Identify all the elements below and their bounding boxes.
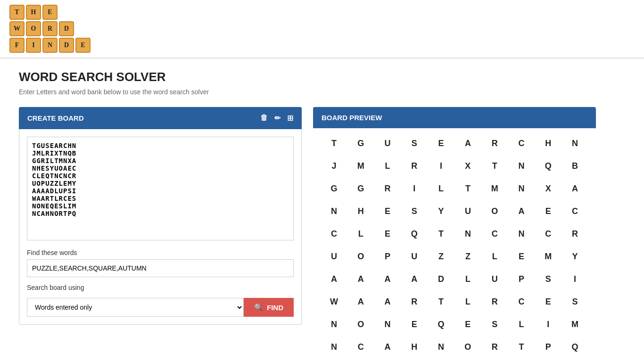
- grid-cell: R: [404, 156, 425, 176]
- grid-cell: U: [323, 246, 344, 267]
- grid-cell: A: [350, 291, 371, 312]
- logo-spacer: [59, 5, 74, 20]
- logo-spacer: [75, 21, 91, 36]
- grid-cell: T: [484, 156, 505, 176]
- grid-row: TGUSEARCHN: [321, 133, 588, 154]
- grid-cell: M: [538, 246, 559, 267]
- grid-cell: M: [484, 178, 505, 199]
- logo-tile: R: [42, 21, 58, 36]
- grid-cell: L: [457, 291, 478, 312]
- search-mode-select[interactable]: Words entered only Dictionary words only…: [27, 298, 244, 317]
- grid-cell: L: [511, 314, 532, 335]
- trash-icon[interactable]: 🗑: [260, 114, 268, 123]
- grid-cell: A: [323, 269, 344, 289]
- create-board-header: CREATE BOARD 🗑 ✏ ⊞: [19, 107, 302, 129]
- grid-cell: G: [323, 178, 344, 199]
- grid-cell: L: [431, 178, 452, 199]
- grid-cell: N: [511, 223, 532, 244]
- grid-cell: G: [350, 178, 371, 199]
- grid-cell: R: [404, 291, 425, 312]
- grid-cell: B: [565, 156, 586, 176]
- main-content: WORD SEARCH SOLVER Enter Letters and wor…: [0, 58, 644, 362]
- grid-cell: D: [431, 269, 452, 289]
- board-textarea[interactable]: TGUSEARCHN JMLRIXTNQB GGRILTMNXA NHESYUO…: [27, 137, 294, 240]
- search-icon: 🔍: [254, 303, 263, 312]
- grid-cell: J: [323, 156, 344, 176]
- grid-cell: A: [457, 133, 478, 154]
- grid-cell: C: [484, 223, 505, 244]
- logo-tile: E: [75, 38, 91, 53]
- grid-cell: R: [565, 223, 586, 244]
- grid-cell: T: [511, 337, 532, 357]
- grid-cell: S: [404, 201, 425, 222]
- edit-icon[interactable]: ✏: [274, 114, 281, 123]
- grid-cell: A: [377, 337, 398, 357]
- grid-cell: O: [350, 246, 371, 267]
- logo-tile: D: [59, 38, 74, 53]
- grid-icon[interactable]: ⊞: [287, 114, 293, 123]
- search-board-label: Search board using: [27, 284, 294, 291]
- board-preview-header: BOARD PREVIEW: [313, 107, 596, 128]
- logo-tile: H: [26, 5, 41, 20]
- grid-cell: C: [538, 223, 559, 244]
- grid-cell: E: [511, 246, 532, 267]
- grid-cell: O: [457, 337, 478, 357]
- logo-tile: E: [42, 5, 58, 20]
- create-board-title: CREATE BOARD: [27, 114, 84, 122]
- two-column-layout: CREATE BOARD 🗑 ✏ ⊞ TGUSEARCHN JMLRIXTNQB…: [19, 107, 625, 362]
- grid-cell: A: [377, 269, 398, 289]
- grid-cell: Z: [431, 246, 452, 267]
- create-board-panel: CREATE BOARD 🗑 ✏ ⊞ TGUSEARCHN JMLRIXTNQB…: [19, 107, 302, 325]
- grid-cell: C: [511, 291, 532, 312]
- grid-cell: Y: [565, 246, 586, 267]
- grid-cell: P: [538, 337, 559, 357]
- logo-tile: O: [26, 21, 41, 36]
- grid-cell: N: [511, 178, 532, 199]
- grid-cell: P: [377, 246, 398, 267]
- grid-cell: X: [538, 178, 559, 199]
- grid-cell: E: [538, 201, 559, 222]
- grid-cell: N: [323, 201, 344, 222]
- find-words-label: Find these words: [27, 249, 294, 256]
- find-button[interactable]: 🔍 FIND: [244, 298, 294, 317]
- grid-cell: E: [431, 133, 452, 154]
- grid-cell: C: [565, 201, 586, 222]
- logo-tile: D: [59, 21, 74, 36]
- grid-cell: X: [457, 156, 478, 176]
- grid-cell: Q: [538, 156, 559, 176]
- grid-cell: I: [431, 156, 452, 176]
- grid-cell: N: [323, 337, 344, 357]
- grid-cell: N: [511, 156, 532, 176]
- grid-cell: Q: [431, 314, 452, 335]
- grid-cell: N: [457, 223, 478, 244]
- grid-cell: U: [377, 133, 398, 154]
- grid-cell: L: [484, 246, 505, 267]
- grid-row: AAAADLUPSI: [321, 269, 588, 289]
- find-words-input[interactable]: [27, 259, 294, 277]
- grid-cell: L: [457, 269, 478, 289]
- logo-spacer: [75, 5, 91, 20]
- grid-cell: U: [484, 269, 505, 289]
- grid-cell: C: [323, 223, 344, 244]
- grid-row: NCAHNORTPQ: [321, 337, 588, 357]
- grid-row: NONEQESLIM: [321, 314, 588, 335]
- grid-cell: L: [377, 156, 398, 176]
- grid-cell: N: [565, 133, 586, 154]
- grid-cell: E: [538, 291, 559, 312]
- logo-tile: W: [9, 21, 25, 36]
- grid-cell: O: [484, 201, 505, 222]
- grid-cell: T: [323, 133, 344, 154]
- grid-cell: U: [404, 246, 425, 267]
- grid-cell: I: [538, 314, 559, 335]
- grid-row: JMLRIXTNQB: [321, 156, 588, 176]
- grid-cell: O: [350, 314, 371, 335]
- grid-row: UOPUZZLEMY: [321, 246, 588, 267]
- grid-cell: Y: [431, 201, 452, 222]
- grid-cell: H: [538, 133, 559, 154]
- grid-cell: E: [404, 314, 425, 335]
- grid-cell: G: [350, 133, 371, 154]
- grid-cell: H: [404, 337, 425, 357]
- logo-tile: T: [9, 5, 25, 20]
- logo-tile: F: [9, 38, 25, 53]
- grid-cell: S: [484, 314, 505, 335]
